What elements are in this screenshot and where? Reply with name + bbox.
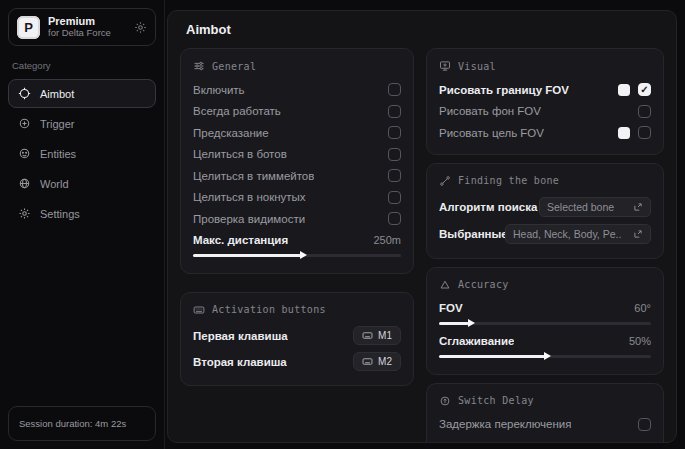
toggle-row: Целиться в тиммейтов <box>193 165 401 187</box>
section-title: Finding the bone <box>458 175 559 186</box>
color-swatch[interactable] <box>618 84 630 96</box>
slider-label-row: Сглаживание 50% <box>439 331 651 351</box>
visual-row: Рисовать цель FOV <box>439 122 651 144</box>
slider-label: Задержка переключения (мс) <box>439 442 601 443</box>
slider-label: Макс. дистанция <box>193 234 288 246</box>
sidebar-item-aimbot[interactable]: Aimbot <box>8 79 156 108</box>
visual-card: Visual Рисовать границу FOV Рисовать фон… <box>426 48 664 155</box>
activation-card: Activation buttons Первая клавиша M1 <box>180 292 414 386</box>
slider-label: FOV <box>439 302 463 314</box>
visual-row: Рисовать фон FOV <box>439 101 651 123</box>
switch-delay-card: Switch Delay Задержка переключения Задер… <box>426 383 664 444</box>
keybind-label: Первая клавиша <box>193 330 288 342</box>
slider-value: 60° <box>634 302 651 314</box>
keybind-row: Вторая клавиша M2 <box>193 349 401 375</box>
checkbox-prediction[interactable] <box>388 126 401 139</box>
sidebar: P Premium for Delta Force Category Aimbo… <box>0 0 165 449</box>
checkbox-visibility-check[interactable] <box>388 212 401 225</box>
gear-icon[interactable] <box>134 21 147 34</box>
sidebar-item-trigger[interactable]: Trigger <box>8 109 156 138</box>
monitor-icon <box>439 60 451 72</box>
accuracy-card: Accuracy FOV 60° Сглаживание 50% <box>426 267 664 375</box>
sidebar-item-label: Trigger <box>40 118 74 130</box>
toggle-label: Включить <box>193 84 245 96</box>
checkbox-always-work[interactable] <box>388 105 401 118</box>
toggle-row: Предсказание <box>193 122 401 144</box>
checkbox-aim-bots[interactable] <box>388 148 401 161</box>
keyboard-icon <box>362 356 373 367</box>
toggle-label: Предсказание <box>193 127 269 139</box>
checkbox-switch-delay[interactable] <box>638 418 651 431</box>
keybind-button-secondary[interactable]: M2 <box>353 352 401 371</box>
sidebar-item-entities[interactable]: Entities <box>8 139 156 168</box>
visual-label: Рисовать границу FOV <box>439 84 569 96</box>
keybind-value: M2 <box>378 356 392 367</box>
sidebar-item-label: Entities <box>40 148 76 160</box>
bone-card: Finding the bone Алгоритм поиска костей … <box>426 163 664 259</box>
max-distance-slider[interactable] <box>193 254 401 257</box>
toggle-label: Проверка видимости <box>193 213 305 225</box>
slider-label-row: Макс. дистанция 250m <box>193 230 401 250</box>
toggle-row: Задержка переключения <box>439 414 651 436</box>
slider-thumb[interactable] <box>544 352 551 360</box>
checkbox-draw-fov-target[interactable] <box>638 126 651 139</box>
sidebar-item-label: Settings <box>40 208 80 220</box>
bone-row: Выбранные кости Head, Neck, Body, Pe.. <box>439 221 651 248</box>
visual-label: Рисовать цель FOV <box>439 127 544 139</box>
keybind-label: Вторая клавиша <box>193 356 287 368</box>
smoothing-slider[interactable] <box>439 355 651 358</box>
triangle-icon <box>439 279 451 291</box>
checkbox-draw-fov-border[interactable] <box>638 83 651 96</box>
toggle-row: Включить <box>193 79 401 101</box>
slider-label: Сглаживание <box>439 335 514 347</box>
bone-algorithm-dropdown[interactable]: Selected bone <box>539 197 651 217</box>
clock-icon <box>439 395 451 407</box>
slider-thumb[interactable] <box>468 319 475 327</box>
tune-icon <box>193 60 205 72</box>
checkbox-enable[interactable] <box>388 83 401 96</box>
brand-subtitle: for Delta Force <box>48 28 126 39</box>
checkbox-draw-fov-background[interactable] <box>638 105 651 118</box>
toggle-label: Целиться в тиммейтов <box>193 170 314 182</box>
trigger-icon <box>18 117 31 130</box>
checkbox-aim-teammates[interactable] <box>388 169 401 182</box>
bone-label: Алгоритм поиска костей <box>439 201 539 213</box>
visual-row: Рисовать границу FOV <box>439 79 651 101</box>
settings-icon <box>18 207 31 220</box>
toggle-row: Всегда работать <box>193 101 401 123</box>
sidebar-item-label: Aimbot <box>40 88 74 100</box>
dropdown-value: Head, Neck, Body, Pe.. <box>513 228 621 240</box>
checkbox-aim-knocked[interactable] <box>388 191 401 204</box>
selected-bones-dropdown[interactable]: Head, Neck, Body, Pe.. <box>505 224 651 244</box>
section-title: General <box>212 61 256 72</box>
expand-icon <box>633 229 643 239</box>
visual-label: Рисовать фон FOV <box>439 105 541 117</box>
keybind-row: Первая клавиша M1 <box>193 323 401 349</box>
brand-title: Premium <box>48 15 126 28</box>
expand-icon <box>633 202 643 212</box>
crosshair-icon <box>18 87 31 100</box>
toggle-row: Целиться в ботов <box>193 144 401 166</box>
keyboard-icon <box>193 304 205 316</box>
sidebar-item-label: World <box>40 178 69 190</box>
toggle-label: Целиться в ботов <box>193 148 287 160</box>
fov-slider[interactable] <box>439 322 651 325</box>
page-title: Aimbot <box>168 11 676 46</box>
toggle-label: Задержка переключения <box>439 418 571 430</box>
slider-value: 1000 ms <box>609 442 651 443</box>
color-swatch[interactable] <box>618 127 630 139</box>
sidebar-item-world[interactable]: World <box>8 169 156 198</box>
toggle-label: Всегда работать <box>193 105 281 117</box>
sidebar-item-settings[interactable]: Settings <box>8 199 156 228</box>
toggle-label: Целиться в нокнутых <box>193 191 306 203</box>
keybind-button-primary[interactable]: M1 <box>353 326 401 345</box>
slider-value: 250m <box>373 234 401 246</box>
keyboard-icon <box>362 330 373 341</box>
slider-label-row: Задержка переключения (мс) 1000 ms <box>439 438 651 443</box>
slider-thumb[interactable] <box>300 251 307 259</box>
slider-value: 50% <box>629 335 651 347</box>
brand-card: P Premium for Delta Force <box>8 8 156 46</box>
category-label: Category <box>12 60 152 71</box>
session-duration: Session duration: 4m 22s <box>8 406 156 441</box>
toggle-row: Целиться в нокнутых <box>193 187 401 209</box>
